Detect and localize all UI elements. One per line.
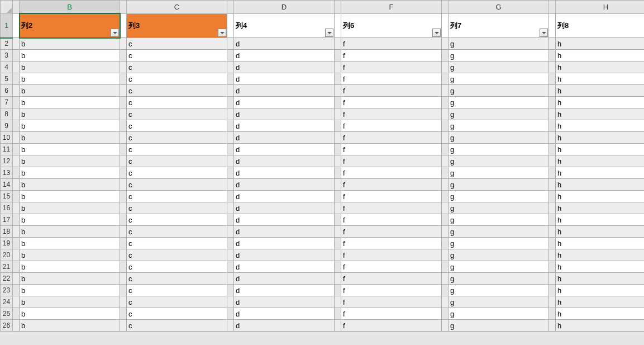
data-cell[interactable]: d xyxy=(234,120,335,132)
data-cell[interactable]: c xyxy=(127,38,227,50)
data-cell[interactable]: h xyxy=(556,144,645,155)
spacer-cell[interactable] xyxy=(13,50,20,62)
spacer-cell[interactable] xyxy=(335,85,341,97)
data-cell[interactable]: c xyxy=(127,167,227,179)
data-cell[interactable]: g xyxy=(449,285,549,296)
spacer-cell[interactable] xyxy=(120,249,127,261)
spacer-cell[interactable] xyxy=(549,73,556,85)
spacer-cell[interactable] xyxy=(335,238,341,249)
data-cell[interactable]: g xyxy=(449,167,549,179)
data-cell[interactable]: b xyxy=(20,120,120,132)
spacer-cell[interactable] xyxy=(335,320,341,332)
data-cell[interactable]: h xyxy=(556,296,645,308)
filter-dropdown-icon[interactable] xyxy=(111,29,119,37)
spacer-cell[interactable] xyxy=(120,238,127,249)
data-cell[interactable]: h xyxy=(556,155,645,167)
spacer-cell[interactable] xyxy=(442,202,449,214)
spacer-cell[interactable] xyxy=(227,285,234,296)
spacer-cell[interactable] xyxy=(13,320,20,332)
spacer-cell[interactable] xyxy=(442,249,449,261)
data-cell[interactable]: g xyxy=(449,261,549,273)
spacer-cell[interactable] xyxy=(227,296,234,308)
data-cell[interactable]: h xyxy=(556,285,645,296)
col-header-B[interactable]: B xyxy=(20,1,120,14)
spacer-cell[interactable] xyxy=(227,85,234,97)
row-header-20[interactable]: 20 xyxy=(1,249,13,261)
data-cell[interactable]: f xyxy=(341,226,442,238)
spacer-cell[interactable] xyxy=(13,191,20,202)
data-cell[interactable]: f xyxy=(341,132,442,144)
select-all-corner[interactable] xyxy=(1,1,13,14)
data-cell[interactable]: h xyxy=(556,214,645,226)
data-cell[interactable]: h xyxy=(556,167,645,179)
spacer-cell[interactable] xyxy=(13,62,20,73)
spacer-cell[interactable] xyxy=(335,167,341,179)
data-cell[interactable]: h xyxy=(556,97,645,108)
data-cell[interactable]: h xyxy=(556,226,645,238)
spacer-cell[interactable] xyxy=(227,273,234,285)
spacer-cell[interactable] xyxy=(549,62,556,73)
data-cell[interactable]: c xyxy=(127,50,227,62)
spacer-cell[interactable] xyxy=(13,285,20,296)
data-cell[interactable]: d xyxy=(234,62,335,73)
data-cell[interactable]: d xyxy=(234,285,335,296)
spacer-cell[interactable] xyxy=(120,191,127,202)
data-cell[interactable]: f xyxy=(341,120,442,132)
data-cell[interactable]: b xyxy=(20,167,120,179)
spacer-cell[interactable] xyxy=(549,308,556,320)
spacer-cell[interactable] xyxy=(120,108,127,120)
spacer-cell[interactable] xyxy=(227,13,234,38)
spacer-cell[interactable] xyxy=(120,73,127,85)
data-cell[interactable]: h xyxy=(556,85,645,97)
spacer-cell[interactable] xyxy=(549,273,556,285)
data-cell[interactable]: c xyxy=(127,73,227,85)
row-header-8[interactable]: 8 xyxy=(1,108,13,120)
spacer-cell[interactable] xyxy=(120,144,127,155)
spacer-cell[interactable] xyxy=(335,191,341,202)
spacer-cell[interactable] xyxy=(442,273,449,285)
spacer-cell[interactable] xyxy=(549,132,556,144)
spacer-cell[interactable] xyxy=(549,238,556,249)
data-cell[interactable]: f xyxy=(341,38,442,50)
spacer-cell[interactable] xyxy=(335,38,341,50)
filter-dropdown-icon[interactable] xyxy=(540,29,548,37)
spacer-cell[interactable] xyxy=(335,132,341,144)
spacer-cell[interactable] xyxy=(13,97,20,108)
data-cell[interactable]: b xyxy=(20,108,120,120)
spacer-cell[interactable] xyxy=(335,285,341,296)
spacer-cell[interactable] xyxy=(335,273,341,285)
spacer-cell[interactable] xyxy=(13,249,20,261)
spacer-cell[interactable] xyxy=(549,144,556,155)
spacer-cell[interactable] xyxy=(227,238,234,249)
spacer-cell[interactable] xyxy=(227,97,234,108)
col-header-spacer[interactable] xyxy=(549,1,556,14)
data-cell[interactable]: h xyxy=(556,261,645,273)
spacer-cell[interactable] xyxy=(227,202,234,214)
spacer-cell[interactable] xyxy=(120,214,127,226)
spacer-cell[interactable] xyxy=(549,226,556,238)
spacer-cell[interactable] xyxy=(335,202,341,214)
spacer-cell[interactable] xyxy=(442,191,449,202)
spacer-cell[interactable] xyxy=(13,13,20,38)
row-header-2[interactable]: 2 xyxy=(1,38,13,50)
data-cell[interactable]: f xyxy=(341,202,442,214)
spacer-cell[interactable] xyxy=(227,191,234,202)
data-cell[interactable]: h xyxy=(556,320,645,332)
data-cell[interactable]: b xyxy=(20,249,120,261)
spacer-cell[interactable] xyxy=(120,85,127,97)
row-header-3[interactable]: 3 xyxy=(1,50,13,62)
data-cell[interactable]: g xyxy=(449,85,549,97)
spacer-cell[interactable] xyxy=(13,120,20,132)
data-cell[interactable]: d xyxy=(234,261,335,273)
data-cell[interactable]: f xyxy=(341,285,442,296)
data-cell[interactable]: f xyxy=(341,296,442,308)
spacer-cell[interactable] xyxy=(227,50,234,62)
data-cell[interactable]: g xyxy=(449,62,549,73)
data-cell[interactable]: f xyxy=(341,238,442,249)
data-cell[interactable]: d xyxy=(234,73,335,85)
row-header-13[interactable]: 13 xyxy=(1,167,13,179)
col-header-spacer[interactable] xyxy=(227,1,234,14)
data-cell[interactable]: f xyxy=(341,261,442,273)
spacer-cell[interactable] xyxy=(442,320,449,332)
data-cell[interactable]: f xyxy=(341,308,442,320)
